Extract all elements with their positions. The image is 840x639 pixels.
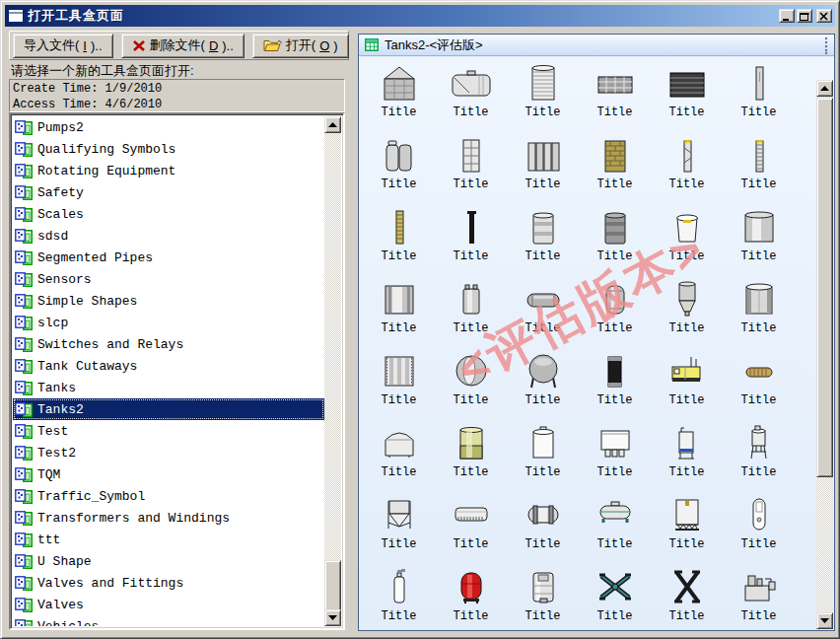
- list-item-test2[interactable]: Test2: [13, 442, 324, 463]
- symbol-cell[interactable]: Title: [579, 131, 651, 203]
- grip-dots-icon[interactable]: [824, 36, 828, 54]
- symbol-title: Title: [740, 178, 776, 191]
- list-item-label: Valves: [37, 598, 84, 612]
- symbol-cell[interactable]: Title: [435, 347, 507, 419]
- symbol-cell[interactable]: Title: [507, 563, 579, 630]
- symbol-title: Title: [740, 321, 776, 335]
- symbol-cell[interactable]: Title: [579, 275, 651, 347]
- symbol-cell[interactable]: Title: [507, 203, 579, 275]
- list-item-sdsd[interactable]: sdsd: [13, 225, 324, 247]
- symbol-cell[interactable]: Title: [363, 59, 435, 131]
- scroll-up-button[interactable]: [324, 116, 341, 133]
- list-item-ttt[interactable]: ttt: [13, 529, 324, 550]
- panel-header[interactable]: Tanks2-<评估版>: [359, 35, 834, 56]
- panel-scrollbar[interactable]: [816, 80, 833, 629]
- symbol-cell[interactable]: Title: [507, 275, 579, 347]
- list-item-tank-cutaways[interactable]: Tank Cutaways: [13, 355, 324, 377]
- symbol-cell[interactable]: Title: [651, 203, 723, 275]
- list-item-transformers-and-windings[interactable]: Transformers and Windings: [13, 507, 324, 529]
- symbol-cell[interactable]: Title: [507, 491, 579, 563]
- symbol-cell[interactable]: Title: [723, 419, 795, 491]
- symbol-cell[interactable]: Title: [579, 419, 651, 491]
- panel-scroll-up-button[interactable]: [816, 80, 833, 97]
- symbol-cell[interactable]: Title: [651, 563, 723, 630]
- symbol-cell[interactable]: Title: [579, 563, 651, 630]
- symbol-cell[interactable]: Title: [507, 59, 579, 131]
- open-button[interactable]: 打开(O): [252, 34, 349, 58]
- symbol-cell[interactable]: Title: [579, 491, 651, 563]
- list-item-vehicles[interactable]: Vehicles: [13, 615, 324, 626]
- symbol-cell[interactable]: Title: [579, 347, 651, 419]
- symbol-cell[interactable]: Title: [363, 203, 435, 275]
- symbol-cell[interactable]: Title: [723, 203, 795, 275]
- list-item-segmented-pipes[interactable]: Segmented Pipes: [13, 247, 324, 268]
- symbol-cell[interactable]: Title: [363, 275, 435, 347]
- list-item-valves[interactable]: Valves: [13, 594, 324, 615]
- list-item-slcp[interactable]: slcp: [13, 312, 324, 333]
- symbol-cell[interactable]: Title: [435, 59, 507, 131]
- symbol-cell[interactable]: Title: [363, 419, 435, 491]
- symbol-cell[interactable]: Title: [651, 491, 723, 563]
- list-item-qualifying-symbols[interactable]: Qualifying Symbols: [13, 138, 324, 160]
- symbol-cell[interactable]: Title: [435, 131, 507, 203]
- symbol-cell[interactable]: Title: [435, 275, 507, 347]
- pipes-tank-icon: [592, 422, 639, 465]
- toolbox-page-icon: [15, 424, 33, 439]
- maximize-button[interactable]: [797, 9, 812, 23]
- symbol-cell[interactable]: Title: [651, 59, 723, 131]
- symbol-cell[interactable]: Title: [651, 131, 723, 203]
- list-item-tanks2[interactable]: Tanks2: [13, 398, 324, 420]
- scroll-down-button[interactable]: [324, 609, 341, 626]
- list-item-scales[interactable]: Scales: [13, 203, 324, 225]
- symbol-cell[interactable]: Title: [507, 419, 579, 491]
- symbol-cell[interactable]: Title: [723, 275, 795, 347]
- rail-tank-icon: [664, 494, 711, 537]
- list-item-label: Tanks: [37, 381, 76, 395]
- symbol-cell[interactable]: Title: [435, 419, 507, 491]
- symbol-cell[interactable]: Title: [723, 347, 795, 419]
- delete-file-button[interactable]: 删除文件(D)..: [121, 34, 245, 58]
- symbol-cell[interactable]: Title: [363, 131, 435, 203]
- list-item-simple-shapes[interactable]: Simple Shapes: [13, 290, 324, 312]
- minimize-button[interactable]: [779, 9, 795, 23]
- symbol-cell[interactable]: Title: [651, 275, 723, 347]
- symbol-cell[interactable]: Title: [507, 131, 579, 203]
- symbol-cell[interactable]: Title: [435, 491, 507, 563]
- import-file-button[interactable]: 导入文件(I)..: [13, 34, 113, 58]
- list-item-tanks[interactable]: Tanks: [13, 377, 324, 398]
- list-item-u-shape[interactable]: U Shape: [13, 550, 324, 572]
- list-item-tqm[interactable]: TQM: [13, 463, 324, 485]
- symbol-cell[interactable]: Title: [723, 563, 795, 630]
- list-item-label: TQM: [37, 467, 60, 482]
- list-scrollbar[interactable]: [324, 116, 341, 626]
- panel-scroll-down-button[interactable]: [816, 612, 833, 629]
- symbol-cell[interactable]: Title: [723, 491, 795, 563]
- close-button[interactable]: [816, 9, 832, 23]
- toolbox-page-icon: [15, 272, 33, 287]
- symbol-cell[interactable]: Title: [363, 563, 435, 630]
- list-item-valves-and-fittings[interactable]: Valves and Fittings: [13, 572, 324, 594]
- delete-x-icon: [132, 39, 146, 52]
- list-item-traffic-symbol[interactable]: Traffic_Symbol: [13, 485, 324, 507]
- symbol-title: Title: [453, 537, 488, 551]
- list-item-switches-and-relays[interactable]: Switches and Relays: [13, 333, 324, 355]
- symbol-cell[interactable]: Title: [651, 347, 723, 419]
- symbol-cell[interactable]: Title: [435, 563, 507, 630]
- toolbox-page-icon: [15, 294, 33, 309]
- symbol-cell[interactable]: Title: [723, 131, 795, 203]
- symbol-cell[interactable]: Title: [363, 347, 435, 419]
- symbol-cell[interactable]: Title: [579, 203, 651, 275]
- list-item-pumps2[interactable]: Pumps2: [13, 116, 324, 138]
- list-item-safety[interactable]: Safety: [13, 181, 324, 203]
- panel-scrollbar-thumb[interactable]: [816, 98, 833, 477]
- list-item-sensors[interactable]: Sensors: [13, 268, 324, 290]
- symbol-cell[interactable]: Title: [651, 419, 723, 491]
- list-item-test[interactable]: Test: [13, 420, 324, 442]
- symbol-cell[interactable]: Title: [579, 59, 651, 131]
- list-item-rotating-equipment[interactable]: Rotating Equipment: [13, 160, 324, 181]
- symbol-cell[interactable]: Title: [435, 203, 507, 275]
- symbol-cell[interactable]: Title: [507, 347, 579, 419]
- symbol-cell[interactable]: Title: [363, 491, 435, 563]
- title-bar[interactable]: 打开工具盒页面: [5, 5, 835, 27]
- symbol-cell[interactable]: Title: [723, 59, 795, 131]
